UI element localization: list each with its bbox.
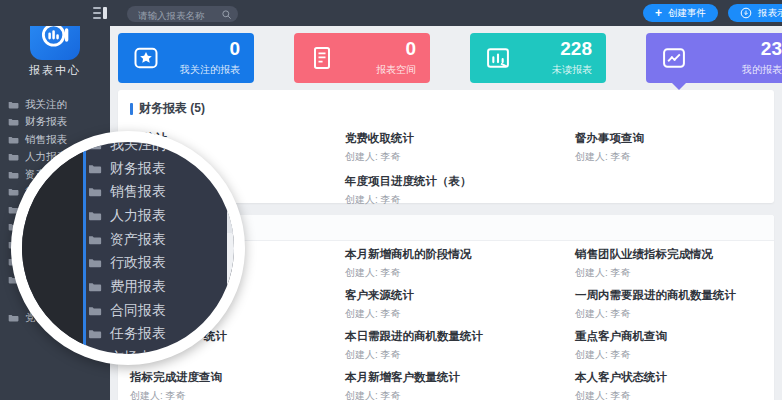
report-item-title[interactable]: 重点客户商机查询 xyxy=(575,329,736,344)
magnified-item-label: 资产报表 xyxy=(110,231,166,249)
folder-icon xyxy=(88,186,102,198)
report-item: 督办事项查询创建人: 李奇 xyxy=(575,131,644,174)
stat-value: 0 xyxy=(229,38,240,60)
report-item-creator: 创建人: 李奇 xyxy=(345,193,472,207)
magnified-blue-divider xyxy=(83,142,86,354)
folder-icon xyxy=(8,117,19,127)
search-icon[interactable] xyxy=(221,9,232,20)
trend-chart-icon xyxy=(659,44,689,72)
report-item-creator: 创建人: 李奇 xyxy=(345,389,483,400)
section-accent-bar xyxy=(130,103,133,115)
report-item-creator: 创建人: 李奇 xyxy=(575,389,736,400)
magnifier-overlay: 我关注的财务报表销售报表人力报表资产报表行政报表费用报表合同报表任务报表市场中心 xyxy=(11,131,245,365)
report-column: 本月新增商机的阶段情况创建人: 李奇客户来源统计创建人: 李奇本日需跟进的商机数… xyxy=(345,247,483,400)
magnified-sidebar-item: 资产报表 xyxy=(88,228,227,252)
report-item-creator: 创建人: 李奇 xyxy=(345,307,483,321)
magnified-sidebar-item: 财务报表 xyxy=(88,157,227,181)
magnified-sidebar-menu: 我关注的财务报表销售报表人力报表资产报表行政报表费用报表合同报表任务报表市场中心 xyxy=(88,142,227,354)
folder-icon xyxy=(88,163,102,175)
report-item-title[interactable]: 本月新增商机的阶段情况 xyxy=(345,247,483,262)
report-item: 本人客户状态统计创建人: 李奇 xyxy=(575,370,736,400)
folder-icon xyxy=(8,187,19,197)
report-item-title[interactable]: 年度项目进度统计（表） xyxy=(345,174,472,189)
stat-card-1[interactable]: 0报表空间 xyxy=(294,33,430,83)
create-event-button[interactable]: + 创建事件 xyxy=(643,4,718,22)
report-item-title[interactable]: 本日需跟进的商机数量统计 xyxy=(345,329,483,344)
report-column: 党费收取统计创建人: 李奇年度项目进度统计（表）创建人: 李奇 xyxy=(345,131,472,217)
folder-icon xyxy=(88,281,102,293)
report-item: 重点客户商机查询创建人: 李奇 xyxy=(575,329,736,370)
folder-icon xyxy=(8,170,19,180)
sidebar-item-label: 销售报表 xyxy=(25,133,67,147)
sidebar-item[interactable]: 我关注的 xyxy=(0,96,110,114)
report-item: 客户来源统计创建人: 李奇 xyxy=(345,288,483,329)
stat-card-0[interactable]: 0我关注的报表 xyxy=(118,33,254,83)
app-name: 报表中心 xyxy=(0,63,110,78)
magnified-item-label: 销售报表 xyxy=(110,183,166,201)
report-item-creator: 创建人: 李奇 xyxy=(575,348,736,362)
report-item-title[interactable]: 客户来源统计 xyxy=(345,288,483,303)
folder-icon xyxy=(88,142,102,151)
report-item-creator: 创建人: 李奇 xyxy=(575,307,736,321)
folder-icon xyxy=(88,305,102,317)
document-icon xyxy=(307,44,337,72)
magnified-sidebar-item: 合同报表 xyxy=(88,299,227,323)
stat-value: 0 xyxy=(405,38,416,60)
stat-label: 报表空间 xyxy=(376,63,416,77)
magnified-item-label: 财务报表 xyxy=(110,160,166,178)
selected-pointer xyxy=(672,83,686,90)
magnified-item-label: 人力报表 xyxy=(110,207,166,225)
report-search xyxy=(127,6,238,22)
stat-label: 未读报表 xyxy=(552,63,592,77)
report-item-creator: 创建人: 李奇 xyxy=(130,389,227,400)
report-item: 一周内需要跟进的商机数量统计创建人: 李奇 xyxy=(575,288,736,329)
bar-chart-icon xyxy=(483,44,513,72)
report-item-creator: 创建人: 李奇 xyxy=(345,266,483,280)
report-item: 本月新增商机的阶段情况创建人: 李奇 xyxy=(345,247,483,288)
report-item: 本月新增客户数量统计创建人: 李奇 xyxy=(345,370,483,400)
report-item-title[interactable]: 指标完成进度查询 xyxy=(130,370,227,385)
folder-icon xyxy=(8,100,19,110)
folder-icon xyxy=(8,135,19,145)
plus-icon: + xyxy=(655,7,662,19)
report-item: 指标完成进度查询创建人: 李奇 xyxy=(130,370,227,400)
collapse-menu-icon[interactable] xyxy=(93,7,107,19)
sidebar-item-label: 我关注的 xyxy=(25,98,67,112)
magnified-item-label: 任务报表 xyxy=(110,325,166,343)
magnified-section-gap xyxy=(227,210,234,233)
report-item: 销售团队业绩指标完成情况创建人: 李奇 xyxy=(575,247,736,288)
report-column: 销售团队业绩指标完成情况创建人: 李奇一周内需要跟进的商机数量统计创建人: 李奇… xyxy=(575,247,736,400)
section-header: 财务报表 (5) xyxy=(130,100,205,117)
magnified-sidebar-item: 行政报表 xyxy=(88,251,227,275)
report-item-title[interactable]: 销售团队业绩指标完成情况 xyxy=(575,247,736,262)
report-item-creator: 创建人: 李奇 xyxy=(345,348,483,362)
sidebar-item-label: 财务报表 xyxy=(25,115,67,129)
stat-value: 23 xyxy=(761,38,782,60)
folder-icon xyxy=(88,328,102,340)
folder-icon xyxy=(88,352,102,354)
report-item-title[interactable]: 督办事项查询 xyxy=(575,131,644,146)
report-item-title[interactable]: 一周内需要跟进的商机数量统计 xyxy=(575,288,736,303)
stat-card-2[interactable]: 228未读报表 xyxy=(470,33,606,83)
report-item-title[interactable]: 本人客户状态统计 xyxy=(575,370,736,385)
stat-card-3[interactable]: 23我的报表 xyxy=(646,33,782,83)
report-example-button[interactable]: 报表示例 xyxy=(728,4,782,22)
search-input[interactable] xyxy=(136,6,218,24)
magnified-item-label: 市场中心 xyxy=(110,349,166,354)
magnified-sidebar-item: 人力报表 xyxy=(88,204,227,228)
topbar-actions: + 创建事件 报表示例 xyxy=(643,4,782,22)
folder-icon xyxy=(88,257,102,269)
sidebar-item[interactable]: 财务报表 xyxy=(0,114,110,132)
report-item: 本日需跟进的商机数量统计创建人: 李奇 xyxy=(345,329,483,370)
folder-icon xyxy=(88,234,102,246)
magnified-item-label: 合同报表 xyxy=(110,302,166,320)
magnified-item-label: 行政报表 xyxy=(110,254,166,272)
report-item: 党费收取统计创建人: 李奇 xyxy=(345,131,472,174)
magnified-item-label: 费用报表 xyxy=(110,278,166,296)
magnified-sidebar-item: 销售报表 xyxy=(88,180,227,204)
report-item-title[interactable]: 本月新增客户数量统计 xyxy=(345,370,483,385)
magnified-item-label: 我关注的 xyxy=(110,142,166,154)
report-item-title[interactable]: 党费收取统计 xyxy=(345,131,472,146)
topbar: + 创建事件 报表示例 xyxy=(0,0,782,26)
stat-label: 我的报表 xyxy=(742,63,782,77)
